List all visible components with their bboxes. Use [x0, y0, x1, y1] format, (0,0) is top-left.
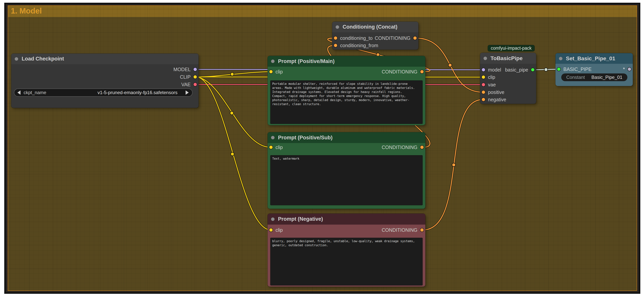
port-label: basic_pipe [505, 67, 528, 73]
node-header[interactable]: Prompt (Positive/Sub) [268, 132, 425, 143]
model-port-dot[interactable] [193, 68, 197, 72]
conditioning-port-dot[interactable] [420, 228, 424, 232]
output-conditioning: CONDITIONING [382, 227, 424, 233]
conditioning-port-dot[interactable] [482, 98, 486, 102]
port-label: vae [488, 82, 496, 88]
port-label: positive [488, 90, 504, 95]
output-conditioning: CONDITIONING [382, 144, 424, 150]
node-title: Conditioning (Concat) [342, 24, 397, 30]
clip-port-dot[interactable] [193, 75, 197, 79]
wildcard-port-dot[interactable] [627, 67, 632, 71]
output-wildcard: * [623, 66, 632, 72]
clip-port-dot[interactable] [269, 145, 273, 150]
widget-value: v1-5-pruned-emaonly-fp16.safetensors [98, 90, 178, 95]
node-load-checkpoint[interactable]: Load Checkpoint MODEL CLIP VAE ckpt_name… [11, 54, 198, 108]
port-label: BASIC_PIPE [564, 66, 592, 72]
port-label: clip [276, 227, 283, 233]
prompt-text-area[interactable]: Text, watermark [270, 155, 423, 205]
collapse-dot-icon[interactable] [559, 57, 562, 60]
output-conditioning: CONDITIONING [382, 69, 424, 74]
input-basic-pipe: BASIC_PIPE [557, 66, 592, 72]
node-title: Prompt (Positive/Sub) [278, 135, 332, 141]
collapse-dot-icon[interactable] [271, 136, 274, 139]
clip-port-dot[interactable] [482, 75, 486, 79]
input-negative: negative [482, 97, 506, 102]
basic-pipe-port-dot[interactable] [557, 67, 561, 71]
port-label: CLIP [180, 74, 191, 80]
input-positive: positive [482, 90, 504, 95]
node-header[interactable]: Load Checkpoint [11, 54, 198, 64]
input-conditioning-from: conditioning_from [334, 43, 378, 48]
prev-arrow-icon[interactable] [18, 90, 20, 95]
node-header[interactable]: Prompt (Negative) [268, 214, 425, 224]
node-title: Load Checkpoint [22, 56, 64, 62]
output-conditioning: CONDITIONING [375, 35, 417, 41]
clip-port-dot[interactable] [269, 228, 273, 232]
collapse-dot-icon[interactable] [271, 60, 274, 63]
widget-label: Constant [566, 74, 585, 80]
port-label: CONDITIONING [382, 144, 418, 150]
port-label: conditioning_to [340, 35, 372, 41]
port-label: conditioning_from [340, 43, 378, 48]
output-model: MODEL [174, 67, 197, 72]
basic-pipe-port-dot[interactable] [531, 68, 535, 72]
node-title: ToBasicPipe [490, 55, 522, 62]
next-arrow-icon[interactable] [186, 90, 189, 95]
input-clip: clip [482, 74, 495, 80]
input-model: model [482, 67, 501, 73]
node-conditioning-concat[interactable]: Conditioning (Concat) conditioning_to co… [332, 22, 418, 50]
port-label: model [488, 67, 501, 73]
input-vae: vae [482, 82, 496, 88]
node-header[interactable]: ToBasicPipe [480, 53, 536, 64]
widget-value: Basic_Pipe_01 [592, 74, 622, 80]
port-label: clip [276, 69, 283, 74]
collapse-dot-icon[interactable] [484, 57, 487, 60]
prompt-text-area[interactable]: blurry, poorly designed, fragile, unstab… [270, 238, 423, 286]
prompt-text-area[interactable]: Portable modular shelter, reinforced for… [270, 80, 423, 124]
vae-port-dot[interactable] [482, 83, 486, 87]
port-label: clip [276, 144, 283, 150]
collapse-dot-icon[interactable] [271, 218, 274, 221]
node-to-basic-pipe[interactable]: ToBasicPipe model clip vae positive nega… [480, 53, 536, 104]
conditioning-port-dot[interactable] [334, 44, 338, 48]
node-title: Prompt (Negative) [278, 216, 323, 222]
node-header[interactable]: Conditioning (Concat) [332, 22, 418, 32]
node-badge: comfyui-impact-pack [488, 45, 534, 52]
output-vae: VAE [181, 82, 197, 87]
clip-port-dot[interactable] [269, 70, 273, 74]
widget-label: ckpt_name [24, 90, 46, 95]
input-conditioning-to: conditioning_to [334, 35, 372, 41]
conditioning-port-dot[interactable] [413, 36, 417, 40]
port-label: * [623, 66, 625, 72]
node-title: Set_Basic_Pipe_01 [566, 56, 615, 62]
node-prompt-negative[interactable]: Prompt (Negative) clip CONDITIONING blur… [268, 214, 425, 287]
vae-port-dot[interactable] [193, 82, 197, 86]
input-clip: clip [269, 144, 283, 150]
port-label: CONDITIONING [382, 69, 418, 74]
output-clip: CLIP [180, 74, 197, 80]
node-set-basic-pipe[interactable]: Set_Basic_Pipe_01 BASIC_PIPE * Constant … [556, 53, 633, 86]
conditioning-port-dot[interactable] [334, 36, 338, 40]
port-label: negative [488, 97, 506, 102]
collapse-dot-icon[interactable] [336, 25, 339, 29]
port-label: VAE [181, 82, 191, 87]
conditioning-port-dot[interactable] [420, 70, 424, 74]
port-label: CONDITIONING [382, 227, 418, 233]
port-label: CONDITIONING [375, 35, 410, 41]
node-header[interactable]: Set_Basic_Pipe_01 [556, 53, 633, 64]
collapse-dot-icon[interactable] [15, 57, 18, 61]
input-clip: clip [269, 69, 283, 74]
node-header[interactable]: Prompt (Positive/Main) [268, 56, 425, 67]
screenshot-stage: 1. Model [0, 0, 644, 299]
port-label: clip [488, 74, 495, 80]
node-prompt-positive-sub[interactable]: Prompt (Positive/Sub) clip CONDITIONING … [268, 132, 425, 209]
port-label: MODEL [174, 67, 191, 72]
conditioning-port-dot[interactable] [482, 90, 486, 94]
link-clip-sub [197, 77, 270, 147]
ckpt-name-widget[interactable]: ckpt_name v1-5-pruned-emaonly-fp16.safet… [14, 88, 192, 97]
constant-widget[interactable]: Constant Basic_Pipe_01 [561, 74, 627, 81]
node-prompt-positive-main[interactable]: Prompt (Positive/Main) clip CONDITIONING… [268, 56, 425, 125]
conditioning-port-dot[interactable] [420, 145, 424, 150]
node-title: Prompt (Positive/Main) [278, 58, 335, 64]
model-port-dot[interactable] [482, 68, 486, 72]
